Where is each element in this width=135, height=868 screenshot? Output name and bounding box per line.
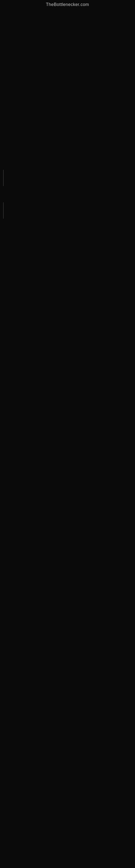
bottleneck-results-list: Bottleneck resultBottleneck resultBottle…: [0, 625, 135, 868]
site-title-container: TheBottlenecker.com: [0, 0, 135, 7]
site-title: TheBottlenecker.com: [0, 0, 135, 7]
chart-area: [0, 7, 135, 625]
